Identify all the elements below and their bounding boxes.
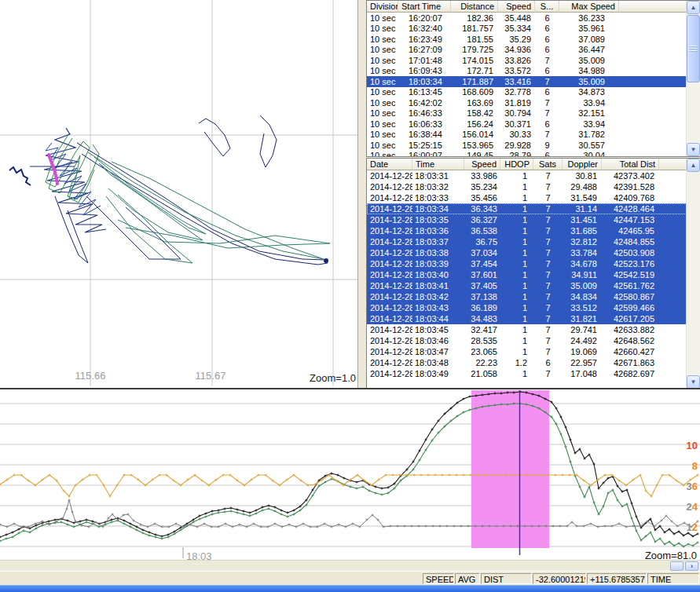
table-cell: 29.928 [498, 141, 535, 150]
table-cell: 7 [533, 292, 563, 301]
table-cell: 1 [500, 171, 533, 181]
table-cell: 2014-12-28 [367, 325, 412, 334]
hscroll-right-icon[interactable]: › [685, 561, 698, 571]
column-header[interactable]: Time [412, 159, 464, 170]
table-cell: 10 sec [367, 77, 398, 86]
table-row[interactable]: 10 sec16:23:49181.5535.29637.089 [367, 34, 687, 45]
status-longitude-value: +115.6785357 [587, 573, 647, 584]
table-row[interactable]: 2014-12-2818:03:4532.4171729.74142633.88… [367, 324, 687, 335]
table-row[interactable]: 10 sec16:27:09179.72534.936636.447 [367, 45, 687, 56]
table-row[interactable]: 2014-12-2818:03:3636.5381731.68542465.95 [367, 225, 687, 236]
table-row[interactable]: 10 sec18:03:34171.88733.416735.009 [367, 76, 687, 87]
table-row[interactable]: 2014-12-2818:03:4137.4051735.00942561.76… [367, 280, 687, 291]
column-header[interactable]: Division [367, 1, 398, 13]
column-header[interactable]: Date [367, 159, 412, 170]
table-cell: 7 [535, 130, 559, 139]
table-row[interactable]: 2014-12-2818:03:4628.5351724.49242648.56… [367, 335, 687, 346]
table-row[interactable]: 2014-12-2818:03:3235.2341729.48842391.52… [367, 181, 687, 192]
column-header[interactable]: Total Dist [602, 159, 659, 170]
table-cell: 31.451 [563, 215, 602, 225]
table-row[interactable]: 2014-12-2818:03:4822.231.2622.95742671.8… [367, 357, 687, 368]
track-map-canvas[interactable] [0, 0, 357, 388]
table-cell: 1 [500, 182, 533, 192]
column-header[interactable]: Doppler [563, 159, 602, 170]
table-row[interactable]: 2014-12-2818:03:3837.0341733.78442503.90… [367, 247, 687, 258]
table-cell: 7 [533, 314, 563, 323]
graph-hscroll-strip[interactable]: › [0, 560, 700, 572]
table-cell: 10 sec [367, 45, 398, 54]
table-row[interactable]: 2014-12-2818:03:4921.0581717.04842682.69… [367, 368, 687, 379]
table-cell: 6 [535, 13, 559, 23]
table-row[interactable]: 2014-12-2818:03:3736.751732.81242484.855 [367, 236, 687, 247]
table-row[interactable]: 2014-12-2818:03:3536.3271731.45142447.15… [367, 214, 687, 225]
points-table-scrollbar[interactable]: ▲ ▼ [686, 159, 700, 389]
speed-graph-canvas[interactable] [0, 389, 700, 560]
table-row[interactable]: 10 sec15:25:15153.96529.928930.557 [367, 140, 687, 151]
selection-highlight-region[interactable] [471, 390, 549, 548]
table-cell: 18:03:45 [412, 325, 464, 334]
table-cell: 35.29 [498, 35, 535, 44]
scrollbar-thumb[interactable] [687, 15, 700, 82]
table-cell: 37.405 [464, 281, 500, 291]
table-cell: 36.233 [559, 13, 619, 23]
column-header[interactable]: Speed [464, 159, 500, 170]
scroll-up-icon[interactable]: ▲ [687, 159, 700, 172]
speed-graph-panel[interactable]: 108362412 18:03 Zoom=81.0 [0, 388, 700, 560]
column-header[interactable]: Start Time [398, 1, 451, 13]
table-row[interactable]: 2014-12-2818:03:3436.3431731.1442428.464 [367, 203, 687, 214]
table-row[interactable]: 2014-12-2818:03:3133.9861730.8142373.402 [367, 170, 687, 181]
scroll-down-icon[interactable]: ▼ [687, 143, 700, 156]
column-header[interactable]: Sats [533, 159, 563, 170]
track-map-view[interactable]: 115.66 115.67 Zoom=1.0 [0, 0, 358, 388]
table-row[interactable]: 2014-12-2818:03:4723.0651719.06942660.42… [367, 346, 687, 357]
table-row[interactable]: 10 sec16:32:40181.75735.334635.961 [367, 24, 687, 35]
column-header[interactable]: Speed [498, 1, 535, 13]
table-row[interactable]: 2014-12-2818:03:4237.1381734.83442580.86… [367, 291, 687, 302]
table-cell: 35.009 [563, 281, 602, 291]
column-header[interactable]: Distance [451, 1, 498, 13]
hscroll-left-button[interactable] [670, 561, 684, 571]
table-row[interactable]: 2014-12-2818:03:4434.4831731.82142617.20… [367, 313, 687, 324]
table-cell: 18:03:34 [412, 204, 464, 214]
table-cell: 37.138 [464, 292, 500, 301]
table-row[interactable]: 10 sec16:42:02163.6931.819733.94 [367, 97, 687, 108]
gps-track [77, 143, 328, 265]
table-row[interactable]: 10 sec16:13:45168.60932.778634.873 [367, 87, 687, 98]
column-header[interactable]: Max Speed [559, 1, 619, 13]
table-row[interactable]: 2014-12-2818:03:4336.1891733.51242599.46… [367, 302, 687, 313]
table-row[interactable]: 10 sec16:38:44156.01430.33731.782 [367, 130, 687, 141]
table-cell: 7 [533, 369, 563, 378]
table-row[interactable]: 10 sec16:06:33156.2430.371633.94 [367, 119, 687, 130]
gps-analysis-window: 115.66 115.67 Zoom=1.0 DivisionStart Tim… [0, 0, 700, 592]
table-cell: 10 sec [367, 56, 398, 65]
table-cell: 42409.768 [602, 193, 659, 203]
table-cell: 2014-12-28 [367, 182, 412, 192]
table-cell: 36.447 [559, 45, 619, 54]
table-cell: 2014-12-28 [367, 369, 412, 378]
table-cell: 18:03:31 [412, 171, 464, 181]
scroll-up-icon[interactable]: ▲ [687, 1, 700, 14]
table-cell: 18:03:38 [412, 248, 464, 258]
table-cell: 32.812 [563, 237, 602, 247]
column-header[interactable]: HDOP [500, 159, 533, 170]
table-row[interactable]: 2014-12-2818:03:3937.4541734.67842523.17… [367, 258, 687, 269]
table-cell: 18:03:43 [412, 303, 464, 312]
table-row[interactable]: 10 sec16:00:07149.4528.79630.04 [367, 151, 687, 157]
table-row[interactable]: 10 sec17:01:48174.01533.826735.009 [367, 55, 687, 66]
table-row[interactable]: 2014-12-2818:03:3335.4561731.54942409.76… [367, 192, 687, 203]
table-row[interactable]: 10 sec16:46:33158.4230.794732.151 [367, 108, 687, 119]
map-zoom-level: Zoom=1.0 [310, 372, 356, 384]
table-cell: 172.71 [451, 66, 498, 75]
table-row[interactable]: 10 sec16:20:07182.3635.448636.233 [367, 13, 687, 24]
table-row[interactable]: 2014-12-2818:03:4037.6011734.91142542.51… [367, 269, 687, 280]
table-row[interactable]: 10 sec16:09:43172.7133.572634.989 [367, 66, 687, 77]
table-header: DivisionStart TimeDistanceSpeedS...Max S… [367, 1, 687, 13]
column-header[interactable]: S... [535, 1, 559, 13]
table-cell: 33.512 [563, 303, 602, 312]
table-cell: 7 [533, 237, 563, 247]
table-cell: 6 [535, 66, 559, 75]
table-cell: 16:23:49 [398, 35, 451, 44]
runs-table-scrollbar[interactable]: ▲ ▼ [686, 1, 700, 156]
scroll-down-icon[interactable]: ▼ [687, 375, 700, 389]
table-cell: 42391.528 [602, 182, 659, 192]
